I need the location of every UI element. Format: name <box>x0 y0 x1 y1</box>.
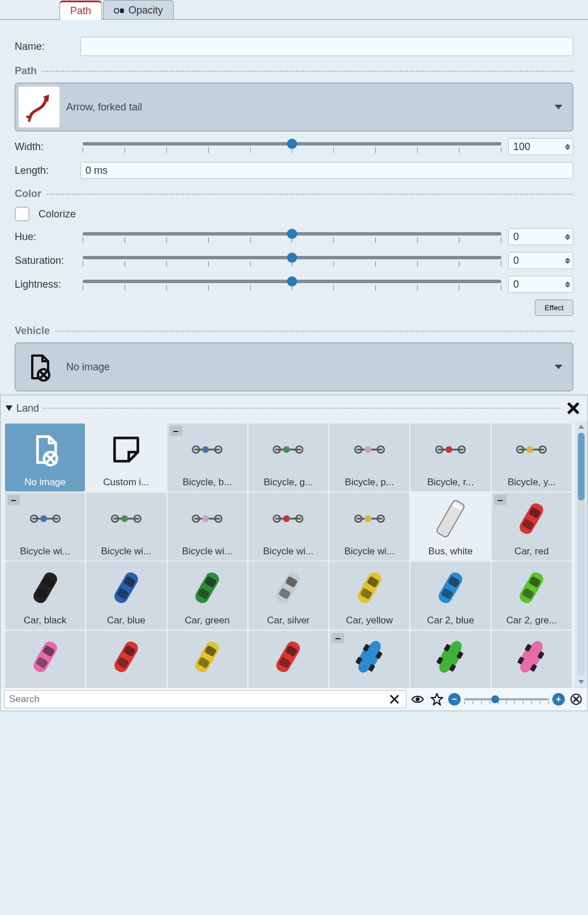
picker-cell[interactable] <box>86 631 166 687</box>
length-spin[interactable]: 0 ms <box>80 162 573 179</box>
picker-category-label: Land <box>16 403 39 414</box>
clear-search-icon[interactable] <box>387 691 402 707</box>
width-slider[interactable] <box>83 139 501 155</box>
picker-cell[interactable] <box>168 631 247 687</box>
picker-cell[interactable]: Car, green <box>168 562 247 630</box>
picker-cell[interactable]: Bus, white <box>410 493 490 561</box>
picker-cell[interactable]: Bicycle wi... <box>168 493 247 561</box>
picker-cell[interactable]: No image <box>5 424 85 491</box>
picker-cell[interactable]: Car, blue <box>86 562 166 630</box>
search-input[interactable] <box>8 693 387 706</box>
svg-point-33 <box>38 514 48 524</box>
picker-cell-label: Bicycle wi... <box>248 545 328 558</box>
name-input[interactable] <box>80 37 573 56</box>
collapse-minus-icon[interactable]: – <box>7 495 20 505</box>
svg-rect-70 <box>436 570 465 605</box>
picker-cell[interactable]: Bicycle wi... <box>86 493 166 561</box>
vehicle-thumb-icon <box>410 424 490 476</box>
picker-cell[interactable] <box>410 631 490 687</box>
picker-cell[interactable]: Car, yellow <box>329 562 409 630</box>
width-spin[interactable]: 100 <box>508 138 573 155</box>
colorize-checkbox[interactable] <box>15 207 29 221</box>
tab-opacity[interactable]: Opacity <box>103 0 174 19</box>
colorize-label: Colorize <box>38 208 76 220</box>
zoom-in-icon[interactable]: + <box>552 693 565 706</box>
width-value: 100 <box>513 141 530 153</box>
spin-down-icon[interactable] <box>565 147 570 150</box>
picker-cell[interactable]: Custom i... <box>86 424 166 491</box>
hue-spin[interactable]: 0 <box>508 228 573 245</box>
picker-cell[interactable]: Bicycle, p... <box>329 424 409 491</box>
star-icon[interactable] <box>429 691 445 707</box>
picker-cell[interactable] <box>492 631 572 687</box>
spin-up-icon[interactable] <box>565 258 570 260</box>
picker-cell[interactable]: –Bicycle wi... <box>5 493 85 561</box>
vehicle-thumb-icon <box>248 562 328 614</box>
picker-cell[interactable]: Bicycle wi... <box>329 493 409 561</box>
sat-slider[interactable] <box>83 253 501 268</box>
picker-cell[interactable]: Car, silver <box>248 562 328 630</box>
spin-down-icon[interactable] <box>565 237 570 240</box>
hue-slider[interactable] <box>83 229 501 245</box>
picker-cell-label: Car 2, blue <box>410 614 490 627</box>
eye-icon[interactable] <box>410 691 426 707</box>
close-icon[interactable] <box>565 400 582 417</box>
picker-cell[interactable]: –Car, red <box>492 493 572 561</box>
picker-cell-label: Bicycle wi... <box>5 545 85 558</box>
picker-cell[interactable]: Bicycle, y... <box>492 424 572 491</box>
vehicle-thumb-icon <box>248 631 328 683</box>
spin-up-icon[interactable] <box>565 234 570 237</box>
picker-scrollbar[interactable] <box>575 421 587 687</box>
path-style-dropdown[interactable]: Arrow, forked tail <box>15 83 573 131</box>
vehicle-thumb-icon <box>492 631 572 683</box>
picker-cell-label: Bicycle, g... <box>248 476 328 489</box>
picker-cell[interactable]: –Bicycle, b... <box>168 424 247 491</box>
effect-button[interactable]: Effect <box>535 300 573 316</box>
light-slider[interactable] <box>83 276 501 292</box>
collapse-minus-icon[interactable]: – <box>170 426 182 436</box>
picker-cell[interactable] <box>5 631 85 687</box>
tab-path[interactable]: Path <box>59 1 102 20</box>
vehicle-thumb-icon <box>168 493 247 545</box>
svg-point-45 <box>282 514 291 524</box>
vehicle-thumb-icon <box>168 631 247 683</box>
svg-rect-64 <box>274 570 303 605</box>
picker-cell[interactable]: – <box>329 631 409 687</box>
picker-cell-label: Bicycle wi... <box>168 545 247 558</box>
picker-cell[interactable]: Car, black <box>5 562 85 630</box>
picker-cell-label: Custom i... <box>86 476 166 489</box>
vehicle-thumb-icon <box>410 493 490 545</box>
picker-cell[interactable]: Bicycle, r... <box>410 424 490 491</box>
svg-point-13 <box>201 445 211 455</box>
picker-cell-label: No image <box>5 476 85 489</box>
spin-down-icon[interactable] <box>565 261 570 264</box>
picker-cell[interactable]: Car 2, gre... <box>492 562 572 630</box>
svg-rect-55 <box>31 570 59 605</box>
picker-cell-label: Car, green <box>168 614 247 627</box>
picker-cell-label: Car, black <box>5 614 85 627</box>
svg-rect-85 <box>274 639 303 674</box>
spin-up-icon[interactable] <box>565 281 570 284</box>
vehicle-dropdown[interactable]: No image <box>15 343 573 391</box>
spin-up-icon[interactable] <box>565 144 570 147</box>
svg-rect-82 <box>193 639 221 674</box>
vehicle-thumb-icon <box>5 562 85 614</box>
zoom-slider[interactable] <box>464 694 549 704</box>
sat-spin[interactable]: 0 <box>508 252 573 269</box>
light-spin[interactable]: 0 <box>508 276 573 293</box>
picker-cell[interactable]: Bicycle, g... <box>248 424 328 491</box>
vehicle-thumb-icon <box>329 493 409 545</box>
search-box[interactable] <box>4 690 406 708</box>
collapse-minus-icon[interactable]: – <box>332 633 344 643</box>
spin-down-icon[interactable] <box>565 285 570 288</box>
scroll-up-icon[interactable] <box>578 425 584 429</box>
collapse-minus-icon[interactable]: – <box>494 495 507 505</box>
picker-cell[interactable]: Car 2, blue <box>410 562 490 630</box>
picker-cell-label: Car, blue <box>86 614 166 627</box>
picker-cell[interactable]: Bicycle wi... <box>248 493 328 561</box>
picker-cell[interactable] <box>248 631 328 687</box>
zoom-out-icon[interactable]: − <box>448 693 461 706</box>
target-x-icon[interactable] <box>568 691 584 707</box>
collapse-icon[interactable] <box>6 405 12 411</box>
scroll-down-icon[interactable] <box>578 680 584 684</box>
